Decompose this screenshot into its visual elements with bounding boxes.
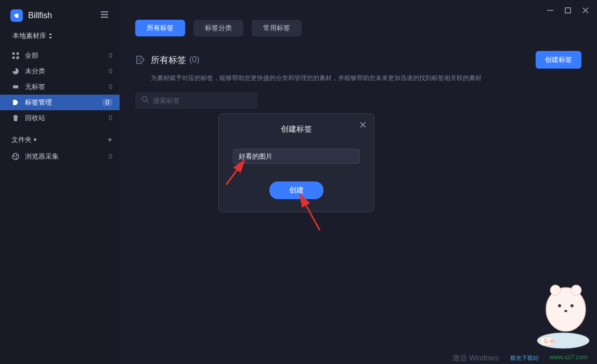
- library-label: 本地素材库: [12, 31, 46, 41]
- sidebar-item-trash[interactable]: 回收站 0: [0, 110, 120, 126]
- sidebar-item-count: 0: [109, 114, 112, 122]
- svg-point-28: [558, 304, 561, 307]
- svg-point-18: [142, 97, 147, 101]
- page-count: (0): [189, 55, 200, 64]
- mascot-image: G: [524, 281, 592, 354]
- create-tag-modal: 创建标签 创建: [218, 113, 374, 212]
- trash-icon: [11, 114, 20, 122]
- sidebar-item-count: 0: [102, 99, 112, 106]
- svg-point-7: [12, 53, 15, 55]
- watermark-name: 极光下载站: [510, 354, 539, 362]
- tab-tag-categories[interactable]: 标签分类: [193, 20, 243, 36]
- watermark-url: www.xz7.com: [550, 354, 588, 361]
- svg-point-8: [17, 53, 19, 55]
- app-logo-icon: [10, 9, 23, 22]
- search-icon: [141, 96, 149, 105]
- svg-rect-1: [565, 8, 570, 13]
- tag-off-icon: [11, 83, 20, 91]
- grid-icon: [11, 51, 20, 60]
- modal-submit-button[interactable]: 创建: [269, 181, 323, 199]
- maximize-button[interactable]: [564, 6, 572, 15]
- sidebar-item-all[interactable]: 全部 0: [0, 48, 120, 63]
- svg-line-19: [147, 101, 148, 102]
- tabs: 所有标签 标签分类 常用标签: [135, 20, 581, 36]
- create-tag-button[interactable]: 创建标签: [536, 51, 581, 69]
- sidebar-item-label: 标签管理: [25, 98, 52, 107]
- sidebar-item-label: 回收站: [25, 113, 45, 123]
- library-dropdown-icon: [48, 32, 53, 40]
- sidebar-item-no-tag[interactable]: 无标签 0: [0, 79, 120, 95]
- add-folder-icon[interactable]: +: [108, 135, 112, 145]
- svg-point-9: [12, 57, 15, 59]
- svg-point-26: [550, 285, 561, 295]
- library-selector[interactable]: 本地素材库: [0, 27, 120, 48]
- app-name: Billfish: [28, 11, 52, 20]
- folder-section-header[interactable]: 文件夹 ▼ +: [0, 126, 120, 149]
- svg-point-30: [564, 310, 567, 312]
- svg-rect-10: [17, 57, 19, 59]
- tag-page-icon: [135, 55, 146, 65]
- sidebar-item-count: 0: [109, 83, 112, 90]
- sidebar-item-uncategorized[interactable]: 未分类 0: [0, 63, 120, 79]
- folder-section-label: 文件夹: [11, 135, 32, 145]
- tag-icon: [11, 98, 20, 107]
- sidebar-item-browser-collect[interactable]: 浏览器采集 0: [0, 149, 120, 164]
- globe-icon: [11, 152, 20, 161]
- svg-point-14: [16, 155, 18, 157]
- menu-toggle-icon[interactable]: [100, 11, 109, 20]
- modal-title: 创建标签: [231, 124, 361, 134]
- sidebar-item-label: 未分类: [25, 67, 45, 76]
- svg-point-13: [14, 155, 15, 157]
- svg-text:G: G: [544, 339, 548, 344]
- sidebar-item-label: 浏览器采集: [25, 152, 59, 161]
- tab-common-tags[interactable]: 常用标签: [252, 20, 302, 36]
- brand: Billfish: [0, 7, 120, 27]
- svg-point-12: [12, 153, 19, 160]
- svg-point-27: [571, 285, 581, 295]
- sidebar-item-label: 无标签: [25, 82, 45, 92]
- tag-name-input[interactable]: [233, 149, 360, 164]
- page-description: 为素材赋予对应的标签，能够帮助您更快捷的分类和管理您的素材，并能够帮助您未来更加…: [151, 74, 581, 83]
- sidebar-item-count: 0: [109, 68, 112, 75]
- chevron-down-icon: ▼: [33, 137, 37, 142]
- search-box[interactable]: [135, 92, 257, 109]
- sidebar-item-count: 0: [109, 52, 112, 59]
- page-title: 所有标签: [151, 54, 186, 66]
- tab-all-tags[interactable]: 所有标签: [135, 20, 185, 36]
- svg-rect-11: [13, 85, 18, 88]
- svg-point-15: [16, 158, 17, 159]
- activate-windows-text: 激活 Windows: [452, 354, 499, 363]
- sidebar-item-count: 0: [109, 153, 112, 160]
- search-input[interactable]: [153, 97, 251, 105]
- svg-point-33: [550, 339, 554, 343]
- sidebar-item-label: 全部: [25, 51, 38, 60]
- sidebar-item-tag-manage[interactable]: 标签管理 0: [0, 95, 120, 110]
- close-button[interactable]: [581, 6, 590, 15]
- svg-point-29: [570, 304, 574, 307]
- page-header: 所有标签 (0) 创建标签: [135, 51, 581, 69]
- modal-close-button[interactable]: [359, 121, 367, 131]
- minimize-button[interactable]: [546, 6, 554, 15]
- sidebar: Billfish 本地素材库 全部 0 未分类 0 无标签 0: [0, 0, 120, 364]
- pie-icon: [11, 67, 20, 75]
